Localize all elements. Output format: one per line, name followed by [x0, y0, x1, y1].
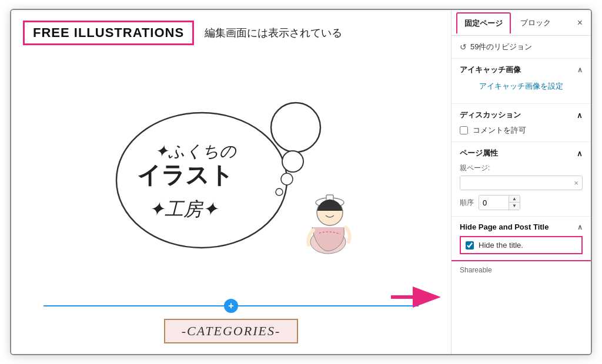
tab-block[interactable]: ブロック — [513, 13, 558, 33]
main-content: FREE ILLUSTRATIONS 編集画面には表示されている ✦ふくちの イ… — [11, 10, 451, 354]
sidebar-tabs: 固定ページ ブロック × — [452, 10, 591, 36]
tab-fixed-page[interactable]: 固定ページ — [456, 12, 511, 33]
arrow-svg — [388, 282, 441, 312]
featured-image-label: アイキャッチ画像 — [460, 65, 521, 75]
hide-title-chevron: ∧ — [577, 223, 583, 231]
set-featured-image-button[interactable]: アイキャッチ画像を設定 — [460, 75, 583, 97]
discussion-chevron: ∧ — [577, 111, 583, 120]
comments-label: コメントを許可 — [473, 125, 526, 136]
comments-checkbox-row: コメントを許可 — [460, 125, 583, 136]
close-icon[interactable]: × — [574, 15, 586, 31]
svg-text:✦工房✦: ✦工房✦ — [149, 198, 219, 220]
comments-checkbox[interactable] — [460, 126, 468, 134]
featured-image-header[interactable]: アイキャッチ画像 ∧ — [460, 65, 583, 75]
hide-title-section: Hide Page and Post Title ∧ Hide the titl… — [452, 217, 591, 261]
illustration-svg: ✦ふくちの イラスト ✦工房✦ — [102, 75, 360, 274]
discussion-label: ディスカッション — [460, 110, 521, 120]
parent-page-input[interactable] — [460, 176, 570, 190]
parent-page-clear[interactable]: × — [570, 176, 582, 190]
parent-page-label: 親ページ: — [460, 163, 583, 173]
arrow-overlay — [388, 282, 441, 314]
order-row: 順序 0 ▲ ▼ — [460, 195, 583, 210]
svg-text:✦ふくちの: ✦ふくちの — [155, 142, 237, 160]
featured-image-section: アイキャッチ画像 ∧ アイキャッチ画像を設定 — [452, 59, 591, 104]
page-attributes-section: ページ属性 ∧ 親ページ: × 順序 0 ▲ ▼ — [452, 142, 591, 217]
page-attr-chevron: ∧ — [577, 149, 583, 158]
add-block-button[interactable]: + — [224, 299, 238, 313]
categories-block: -CATEGORIES- — [23, 319, 439, 343]
page-attr-header[interactable]: ページ属性 ∧ — [460, 148, 583, 159]
hide-title-label: Hide Page and Post Title — [460, 223, 549, 231]
categories-text: -CATEGORIES- — [164, 319, 299, 343]
hide-title-checkbox-row: Hide the title. — [460, 236, 583, 254]
page-header: FREE ILLUSTRATIONS 編集画面には表示されている — [23, 21, 439, 45]
order-increment[interactable]: ▲ — [509, 196, 520, 203]
shareable-section: Shareable — [452, 261, 591, 279]
sidebar: 固定ページ ブロック × ↺ 59件のリビジョン アイキャッチ画像 ∧ アイキャ… — [451, 10, 591, 354]
discussion-header[interactable]: ディスカッション ∧ — [460, 110, 583, 120]
order-decrement[interactable]: ▼ — [509, 203, 520, 210]
page-title: FREE ILLUSTRATIONS — [23, 21, 194, 45]
svg-point-3 — [281, 173, 293, 185]
order-input-wrap: 0 ▲ ▼ — [479, 195, 520, 210]
featured-image-chevron: ∧ — [577, 66, 583, 74]
page-subtitle: 編集画面には表示されている — [205, 26, 342, 40]
page-attr-label: ページ属性 — [460, 148, 498, 159]
sidebar-body: ↺ 59件のリビジョン アイキャッチ画像 ∧ アイキャッチ画像を設定 ディスカッ… — [452, 36, 591, 354]
order-spinner: ▲ ▼ — [509, 196, 520, 210]
hide-title-checkbox[interactable] — [466, 241, 474, 250]
svg-text:イラスト: イラスト — [137, 162, 233, 188]
svg-point-4 — [276, 188, 283, 196]
divider-area: + — [23, 299, 439, 313]
illustration-area: ✦ふくちの イラスト ✦工房✦ — [23, 53, 439, 295]
order-input[interactable]: 0 — [479, 196, 509, 210]
order-label: 順序 — [460, 198, 474, 208]
svg-point-2 — [282, 151, 303, 172]
hide-title-header[interactable]: Hide Page and Post Title ∧ — [460, 223, 583, 231]
svg-point-1 — [271, 103, 320, 152]
revisions-label: 59件のリビジョン — [470, 42, 532, 52]
discussion-section: ディスカッション ∧ コメントを許可 — [452, 104, 591, 142]
hide-title-checkbox-label: Hide the title. — [479, 241, 523, 250]
screenshot-wrapper: FREE ILLUSTRATIONS 編集画面には表示されている ✦ふくちの イ… — [10, 9, 592, 355]
revisions-row[interactable]: ↺ 59件のリビジョン — [452, 36, 591, 59]
shareable-label: Shareable — [460, 266, 492, 274]
parent-page-input-row: × — [460, 176, 583, 190]
revisions-icon: ↺ — [460, 42, 467, 52]
